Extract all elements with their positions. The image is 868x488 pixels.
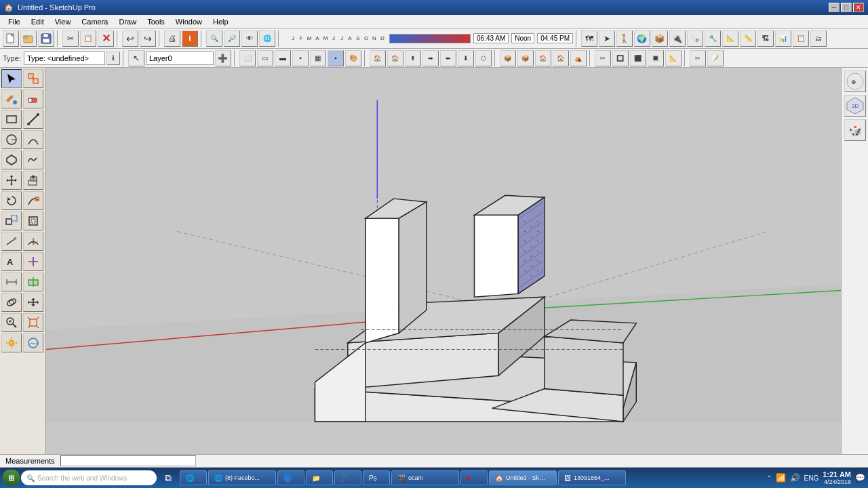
toolbar-btn4[interactable]: 🌐 <box>259 30 275 47</box>
zoom-extents-tool[interactable] <box>23 313 43 332</box>
menu-item-view[interactable]: View <box>50 16 77 27</box>
select-tool[interactable] <box>1 69 22 88</box>
task-view-button[interactable]: ⧉ <box>158 470 178 486</box>
close-button[interactable]: ✕ <box>853 3 864 12</box>
axes-tool[interactable] <box>23 252 43 271</box>
extension-warehouse-button[interactable]: 🔌 <box>669 30 686 47</box>
tools-btn5[interactable]: 🏗 <box>757 30 774 47</box>
eraser-tool[interactable] <box>23 89 43 108</box>
print-button[interactable]: 🖨 <box>164 30 180 47</box>
section-btn4[interactable]: 🏠 <box>553 50 569 66</box>
move-tool[interactable] <box>1 171 22 190</box>
section-btn3[interactable]: 🏠 <box>535 50 551 66</box>
monochrome-button[interactable]: ▪ <box>328 50 344 66</box>
rectangle-tool[interactable] <box>1 110 22 129</box>
chrome-task[interactable]: 🌐 <box>180 470 207 485</box>
axes-indicator[interactable]: ⊕ <box>844 70 866 92</box>
sandbox-tool[interactable] <box>23 333 43 352</box>
canvas-area[interactable] <box>46 68 841 454</box>
section-btn2[interactable]: 📦 <box>517 50 534 66</box>
sketchup-task[interactable]: 🏠 Untitled - SketchUp Pro <box>489 470 557 485</box>
clock[interactable]: 1:21 AM 4/24/2016 <box>823 470 851 485</box>
polygon-tool[interactable] <box>1 150 22 169</box>
ps-task[interactable]: Ps <box>363 470 390 485</box>
new-button[interactable] <box>3 30 19 47</box>
tools-btn3[interactable]: 📐 <box>722 30 738 47</box>
menu-item-camera[interactable]: Camera <box>76 16 113 27</box>
trim-button[interactable]: 🪚 <box>687 30 703 47</box>
toolbar-btn[interactable]: 🔍 <box>206 30 222 47</box>
map-button[interactable]: 🌍 <box>634 30 650 47</box>
3d-warehouse-button[interactable]: 📦 <box>652 30 668 47</box>
volume-icon[interactable]: 🔊 <box>790 473 800 483</box>
bottom-view-button[interactable]: ⬇ <box>458 50 474 66</box>
paint-tool[interactable] <box>1 89 22 108</box>
chevron-icon[interactable]: ⌃ <box>766 474 772 482</box>
arc-tool[interactable] <box>23 130 43 149</box>
menu-item-file[interactable]: File <box>3 16 26 27</box>
measurements-input[interactable] <box>60 455 196 466</box>
open-button[interactable] <box>20 30 37 47</box>
top-view-button[interactable]: ⬆ <box>405 50 421 66</box>
menu-item-tools[interactable]: Tools <box>142 16 170 27</box>
rotate-tool[interactable] <box>1 191 22 210</box>
ocam-task[interactable]: 🎬 ocam <box>391 470 459 485</box>
section-cut-btn[interactable]: ✂ <box>595 50 611 66</box>
scale-tool[interactable] <box>1 211 22 230</box>
tools-btn6[interactable]: 📊 <box>775 30 791 47</box>
geo-location-button[interactable]: 🗺 <box>581 30 597 47</box>
network-icon[interactable]: 📶 <box>776 473 786 483</box>
view-cube2[interactable]: 🎲 <box>844 119 866 141</box>
maximize-button[interactable]: □ <box>841 3 852 12</box>
protractor-tool[interactable] <box>23 232 43 251</box>
minimize-button[interactable]: ─ <box>829 3 840 12</box>
sun-tool[interactable] <box>1 333 22 352</box>
section-btn5[interactable]: ⛺ <box>570 50 587 66</box>
followme-tool[interactable] <box>23 191 43 210</box>
orbit-tool[interactable] <box>1 293 22 312</box>
shaded-button[interactable]: ▪ <box>292 50 309 66</box>
offset-tool[interactable] <box>23 211 43 230</box>
section-btn1[interactable]: 📦 <box>500 50 516 66</box>
zoom-tool[interactable] <box>1 313 22 332</box>
copy-button[interactable]: 📋 <box>80 30 96 47</box>
tape-tool[interactable] <box>1 232 22 251</box>
section-fill-btn[interactable]: 🔲 <box>612 50 629 66</box>
section-tool[interactable] <box>23 272 43 291</box>
section-extra2[interactable]: 🔳 <box>648 50 664 66</box>
freehand-tool[interactable] <box>23 150 43 169</box>
cut-button[interactable]: ✂ <box>62 30 79 47</box>
front-view-button[interactable]: 🏠 <box>370 50 386 66</box>
component-tool[interactable] <box>23 69 43 88</box>
color-by-layer-button[interactable]: 🎨 <box>345 50 361 66</box>
save-button[interactable] <box>38 30 54 47</box>
tools-btn4[interactable]: 📏 <box>740 30 756 47</box>
explorer-task[interactable]: 📁 <box>306 470 333 485</box>
notification-icon[interactable]: 💬 <box>855 473 865 483</box>
entity-info-button[interactable]: ℹ <box>106 52 120 65</box>
ie-task[interactable]: 🌀 <box>277 470 304 485</box>
add-layer-button[interactable]: ➕ <box>215 50 231 66</box>
menu-item-draw[interactable]: Draw <box>113 16 142 27</box>
pushpull-tool[interactable] <box>23 171 43 190</box>
back-view-button[interactable]: 🏠 <box>387 50 403 66</box>
search-box[interactable]: 🔍 Search the web and Windows <box>21 470 157 485</box>
advanced-btn1[interactable]: ✂ <box>690 50 706 66</box>
wireframe-button[interactable]: ▭ <box>257 50 273 66</box>
toolbar-btn3[interactable]: 👁 <box>241 30 258 47</box>
section-extra3[interactable]: 📐 <box>665 50 682 66</box>
toolbar-btn2[interactable]: 🔎 <box>224 30 240 47</box>
person-button[interactable]: 🚶 <box>616 30 633 47</box>
hidden-line-button[interactable]: ▬ <box>275 50 291 66</box>
sun-gradient[interactable] <box>389 34 471 43</box>
tools-btn8[interactable]: 🗂 <box>810 30 827 47</box>
right-view-button[interactable]: ➡ <box>422 50 439 66</box>
iso-view-button[interactable]: ⬡ <box>475 50 492 66</box>
circle-tool[interactable] <box>1 130 22 149</box>
shaded-texture-button[interactable]: ▦ <box>310 50 326 66</box>
dimension-tool[interactable] <box>1 272 22 291</box>
xray-button[interactable]: ⬜ <box>239 50 256 66</box>
tools-btn2[interactable]: 🔧 <box>705 30 721 47</box>
advanced-btn2[interactable]: 📝 <box>707 50 724 66</box>
pinned-task[interactable]: 🎵 <box>334 470 361 485</box>
